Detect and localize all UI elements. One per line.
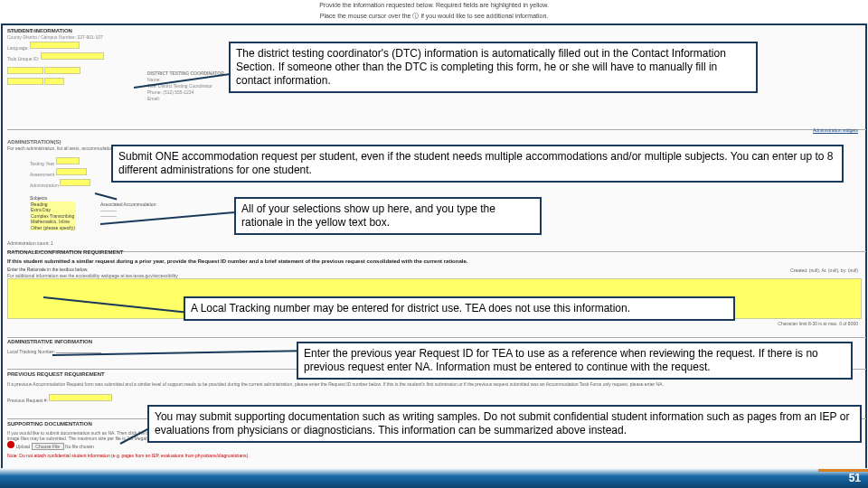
subjects-block: Subjects Reading Extra Day Complex Trans… [30,195,76,230]
header-instruction-1: Provide the information requested below.… [0,0,868,10]
prev-request-field[interactable] [49,394,112,401]
char-count: Character limit 8-30 is at max. 0 of 800… [778,321,858,326]
grade-field[interactable] [44,78,64,85]
tsds-field[interactable] [41,52,104,60]
rationale-sub2: Enter the Rationale in the textbox below… [7,267,89,272]
callout-prev-request: Enter the previous year Request ID for T… [297,342,853,380]
callout-supporting-docs: You may submit supporting documentation … [147,405,862,443]
support-doc-heading: SUPPORTING DOCUMENTATION [7,421,92,427]
dtc-email-label: Email: [147,96,256,102]
callout-local-tracking: A Local Tracking number may be entered f… [184,296,735,321]
form-screenshot: STUDENT INFORMATION District: Austin ISD… [1,23,867,484]
tsds-label: Tsds Unique ID: [7,56,39,61]
assessment-field[interactable] [56,168,87,175]
admin-info-heading: ADMINISTRATIVE INFORMATION [7,339,92,344]
name-field-2[interactable] [44,67,80,74]
admin-widget-link[interactable]: Administration widgets [813,127,858,133]
callout-selections: All of your selections show up here, and… [234,197,542,235]
language-label: Language: [7,45,29,51]
subject-item[interactable]: Other (please specify) [30,225,76,231]
administration-field[interactable] [60,179,90,186]
dob-field[interactable] [7,78,43,85]
accommodation-block: Associated Accommodation ───── ───── [100,202,156,220]
prev-request-heading: PREVIOUS REQUEST REQUIREMENT [7,371,105,377]
page-number: 51 [849,472,861,484]
callout-dtc-info: The district testing coordinator's (DTC)… [229,42,758,93]
dtc-name-label: Name: [147,77,161,82]
rationale-sub1: If this student submitted a similar requ… [7,258,467,264]
student-info-block: District: Austin ISD County-District / C… [7,28,116,88]
upload-row: Upload Choose File No file chosen [7,441,94,450]
rationale-heading: RATIONALE/CONFIRMATION REQUIREMENT [7,249,123,255]
language-field[interactable] [30,42,80,49]
callout-one-request: Submit ONE accommodation request per stu… [111,145,844,183]
district-label: District: Austin ISD [7,28,116,34]
admin-selectors: Testing Year Assessment Administration [30,156,102,189]
callout-line [95,192,118,200]
subject-item[interactable]: Mathematics, Inline [30,219,76,225]
prev-request-text: If a previous Accommodation Request form… [7,381,848,387]
header-instruction-2: Place the mouse cursor over the ⓘ if you… [0,10,868,23]
prev-request-field-label: Previous Request #: [7,393,112,403]
footer-bar [0,468,868,488]
choose-file-button[interactable]: Choose File [32,443,64,450]
admin-count: Administration count: 1 [7,240,53,246]
year-field[interactable] [56,157,80,164]
name-field-1[interactable] [7,67,43,74]
campus-label: County-District / Campus Number: 227-901… [7,34,116,41]
confidential-note: Note: Do not attach confidential student… [7,453,250,458]
created-info: Created: (null), At: (null), by: (null) [790,267,858,273]
